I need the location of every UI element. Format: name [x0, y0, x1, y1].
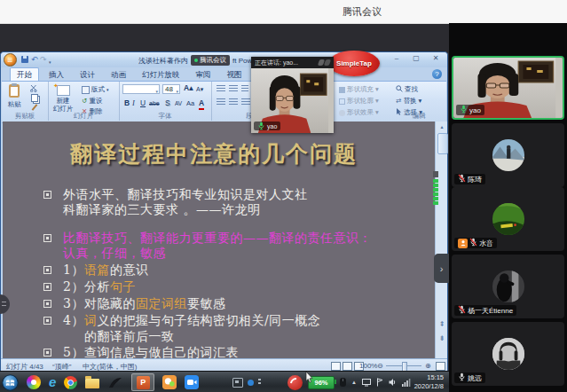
slide-bullet-line: 比翻译技巧、翻译能力更重要的——翻译的责任意识： [43, 231, 372, 245]
sogou-browser-taskbar-icon[interactable] [27, 375, 41, 389]
tray-qq-icon[interactable] [248, 380, 254, 386]
italic-button[interactable]: I [132, 98, 135, 108]
cut-icon[interactable] [30, 84, 38, 92]
taskbar-clock[interactable]: 15:15 2020/12/8 [398, 373, 444, 391]
zoom-out-button[interactable]: ⊖ [377, 362, 383, 370]
recording-dot-icon [194, 59, 198, 62]
shape-effects-button[interactable]: 形状效果 ▾ [339, 108, 379, 116]
character-spacing-button[interactable]: AV [175, 98, 182, 108]
align-center-icon[interactable] [229, 98, 238, 106]
participant-name: 杨一天Étienne [468, 306, 513, 316]
participant-tile[interactable]: 陈琦 [452, 123, 564, 187]
sidebar-collapse-button[interactable]: › [434, 254, 449, 283]
reset-button[interactable]: ↺ 重设 [82, 97, 102, 105]
bold-button[interactable]: B [124, 98, 130, 108]
replace-button[interactable]: ⇄ 替换 ▾ [396, 97, 421, 105]
save-icon[interactable] [21, 56, 28, 63]
powerpoint-title-bar[interactable]: ⊞ ↶ ↷ ▾ 浅谈社科著作内 腾讯会议 ft PowerPoint – ▢ ✕ [1, 52, 447, 67]
align-right-icon[interactable] [241, 98, 250, 106]
layout-button[interactable]: 版式 ▾ [82, 85, 109, 94]
maximize-button[interactable]: ▢ [410, 54, 422, 62]
zoom-in-button[interactable]: ⊕ [425, 362, 431, 370]
next-slide-button[interactable]: ⇟ [437, 334, 447, 343]
office-button[interactable]: ⊞ [4, 53, 17, 67]
new-slide-button[interactable]: 新建 幻灯片 [48, 97, 78, 113]
ribbon-tab[interactable]: 动画 [105, 68, 132, 81]
participant-tile[interactable]: yao [452, 56, 564, 120]
minimize-button[interactable]: – [390, 54, 403, 62]
ribbon-tab[interactable]: 视图 [221, 68, 248, 81]
mouse-cursor [305, 372, 314, 384]
paste-icon[interactable] [9, 84, 20, 98]
ribbon-tab[interactable]: 插入 [43, 68, 70, 81]
ribbon-tab[interactable]: 设计 [74, 68, 101, 81]
undo-icon[interactable]: ↶ [31, 54, 38, 65]
new-slide-icon[interactable] [57, 85, 70, 96]
strikethrough-button[interactable]: abe [149, 98, 160, 108]
editing-group: 查找 ⇄ 替换 ▾ 选择 ▾ 编辑 [392, 82, 445, 121]
tray-flag-icon[interactable] [376, 378, 383, 387]
find-button[interactable]: 查找 [396, 85, 418, 93]
wechat-taskbar-icon[interactable] [162, 375, 177, 389]
file-explorer-taskbar-icon[interactable] [85, 376, 99, 388]
grow-font-button[interactable]: A▴ [184, 83, 193, 93]
shape-fill-button[interactable]: 形状填充 ▾ [339, 85, 379, 93]
numbering-icon[interactable] [229, 85, 238, 92]
taskbar-apps: eP [2, 372, 199, 392]
tray-security-icon[interactable] [287, 375, 303, 390]
media-player-taskbar-icon[interactable] [107, 375, 123, 389]
clock-date: 2020/12/8 [398, 382, 444, 391]
zoom-level[interactable]: 100% [359, 362, 377, 370]
mic-on-icon [460, 105, 468, 115]
simpletap-button[interactable]: SimpleTap [328, 51, 380, 76]
font-size-combobox[interactable]: 48▾ [162, 84, 180, 94]
ribbon-tab[interactable]: 审阅 [190, 68, 217, 81]
tray-ime-icon[interactable] [232, 378, 243, 388]
shape-outline-button[interactable]: 形状轮廓 ▾ [339, 97, 379, 105]
hidden-icons-button[interactable]: ▲ [351, 380, 357, 385]
zoom-slider[interactable] [386, 365, 421, 366]
participant-tile[interactable]: 水音 [452, 187, 564, 251]
bullet-marker-icon [43, 349, 51, 357]
align-left-icon[interactable] [217, 98, 225, 106]
vertical-scrollbar[interactable]: ▴ ⇞ ⇟ [435, 122, 447, 358]
change-case-button[interactable]: Aa [186, 98, 194, 108]
tray-volume-icon[interactable] [389, 378, 397, 387]
speaker-video-window[interactable]: 正在讲话: yao... yao [251, 57, 334, 133]
bullets-icon[interactable] [217, 85, 225, 92]
tray-mouse-icon[interactable] [340, 378, 346, 387]
font-name-combobox[interactable]: ▾ [122, 84, 160, 94]
text-shadow-button[interactable]: S [165, 98, 170, 108]
qat-dropdown-icon[interactable]: ▾ [49, 57, 51, 67]
internet-explorer-taskbar-icon[interactable]: e [49, 375, 56, 389]
ribbon-tab[interactable]: 幻灯片放映 [136, 68, 186, 81]
scrollbar-thumb[interactable] [437, 133, 448, 154]
fit-to-window-button[interactable] [436, 362, 445, 371]
powerpoint-taskbar-icon[interactable]: P [131, 373, 154, 391]
meeting-top-bar: 腾讯会议 [0, 0, 567, 24]
scroll-up-icon[interactable]: ▴ [437, 122, 447, 131]
tray-misc-icon[interactable] [258, 379, 261, 386]
tray-display-icon[interactable] [362, 378, 371, 387]
paste-button[interactable]: 粘贴 [4, 100, 25, 108]
underline-button[interactable]: U [140, 98, 146, 108]
slide-bullet-line: 2）分析句子 [43, 279, 136, 294]
slide-bullet-line: 1） 语篇的意识 [43, 263, 148, 277]
ribbon-tab[interactable]: 开始 [10, 67, 39, 81]
tencent-meeting-taskbar-icon[interactable] [185, 375, 199, 389]
format-painter-icon[interactable] [32, 104, 38, 110]
mic-on-icon [458, 372, 466, 383]
participant-tile[interactable]: 姚远 [452, 322, 564, 386]
shrink-font-button[interactable]: A▾ [196, 84, 203, 94]
help-button[interactable]: ? [432, 69, 442, 79]
close-button[interactable]: ✕ [429, 54, 442, 62]
participant-name: 陈琦 [468, 175, 482, 184]
previous-slide-button[interactable]: ⇞ [437, 320, 447, 329]
participant-tile[interactable]: 杨一天Étienne [452, 255, 564, 318]
decrease-indent-icon[interactable] [241, 85, 248, 92]
font-color-button[interactable]: A [199, 98, 204, 110]
redo-icon[interactable]: ↷ [40, 54, 47, 65]
chrome-taskbar-icon[interactable] [64, 376, 77, 389]
windows-start-taskbar-icon[interactable] [2, 374, 19, 391]
copy-icon[interactable] [31, 94, 38, 102]
